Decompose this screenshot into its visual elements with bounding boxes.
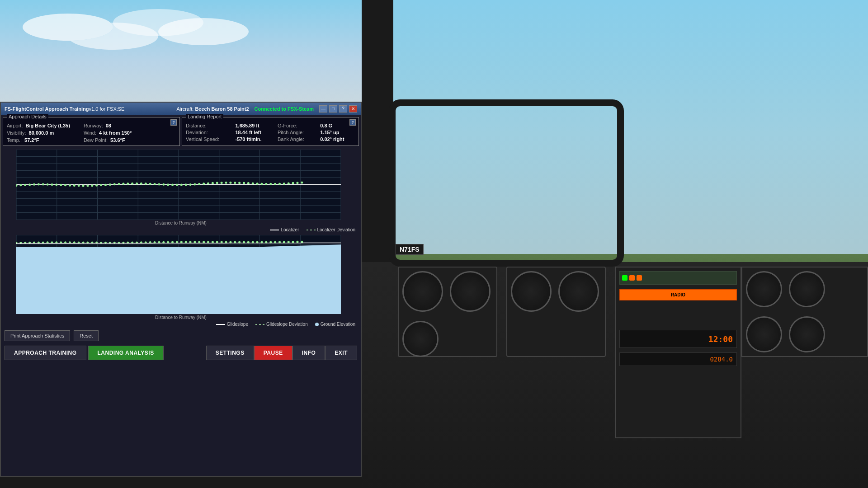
print-stats-button[interactable]: Print Approach Statistics	[5, 330, 70, 341]
runway-value: 08	[106, 123, 111, 128]
bank-value: 0.02° right	[320, 136, 355, 142]
vertspeed-label: Vertical Speed:	[186, 136, 230, 142]
landing-analysis-button[interactable]: LANDING ANALYSIS	[88, 346, 164, 360]
settings-button[interactable]: SETTINGS	[206, 346, 254, 360]
localizer-dev-label: Localizer Deviation	[317, 227, 356, 232]
visibility-label: Visibility:	[7, 130, 26, 136]
approach-training-button[interactable]: APPROACH TRAINING	[5, 346, 86, 360]
nav-bar: APPROACH TRAINING LANDING ANALYSIS SETTI…	[1, 344, 361, 362]
temp-label: Temp.:	[7, 137, 22, 143]
glideslope-chart	[16, 235, 341, 314]
help-button[interactable]: ?	[339, 105, 347, 113]
approach-details-title: Approach Details	[7, 114, 48, 119]
airport-label: Airport:	[7, 123, 23, 128]
gforce-label: G-Force:	[278, 123, 315, 128]
glideslope-legend: Glideslope Glideslope Deviation Ground E…	[3, 321, 359, 328]
app-title: FS-FlightControl Approach Trainingv1.0 f…	[5, 106, 171, 112]
title-bar: FS-FlightControl Approach Trainingv1.0 f…	[1, 103, 361, 115]
info-section: Approach Details Airport: Big Bear City …	[1, 115, 361, 148]
deviation-value: 18.44 ft left	[235, 130, 272, 135]
ground-elev-label: Ground Elevation	[321, 322, 355, 327]
glideslope-label: Glideslope	[227, 322, 248, 327]
approach-details-panel: Approach Details Airport: Big Bear City …	[3, 117, 180, 146]
maximize-button[interactable]: □	[329, 105, 337, 113]
localizer-label: Localizer	[281, 227, 299, 232]
pause-button[interactable]: PAUSE	[254, 346, 292, 360]
localizer-x-axis-label: Distance to Runway (NM)	[3, 220, 359, 226]
connection-status: Connected to FSX-Steam	[255, 106, 314, 112]
exit-button[interactable]: EXIT	[325, 346, 357, 360]
close-button[interactable]: ✕	[349, 105, 357, 113]
ground-elev-legend-dot	[315, 323, 319, 326]
pitch-label: Pitch Angle:	[278, 130, 315, 135]
aircraft-id-label: N71FS	[396, 244, 424, 255]
landing-report-title: Landing Report	[186, 114, 223, 119]
localizer-legend: Localizer Localizer Deviation	[3, 226, 359, 233]
distance-value: 1,685.89 ft	[235, 123, 272, 128]
localizer-chart	[16, 150, 341, 220]
deviation-label: Deviation:	[186, 130, 230, 135]
dewpoint-value: 53.6°F	[110, 137, 125, 143]
runway-label: Runway:	[84, 123, 103, 128]
bottom-controls: Print Approach Statistics Reset	[1, 328, 361, 344]
main-panel: FS-FlightControl Approach Trainingv1.0 f…	[0, 102, 362, 477]
dewpoint-label: Dew Point:	[84, 137, 108, 143]
glideslope-chart-container: Distance to Runway (NM) Glideslope Glide…	[1, 233, 361, 328]
approach-help-button[interactable]: ?	[170, 119, 177, 126]
airport-value: Big Bear City (L35)	[25, 123, 70, 128]
wind-label: Wind:	[84, 130, 96, 136]
wind-value: 4 kt from 150°	[99, 130, 132, 136]
distance-label: Distance:	[186, 123, 230, 128]
minimize-button[interactable]: —	[319, 105, 327, 113]
pitch-value: 1.15° up	[320, 130, 355, 135]
reset-button[interactable]: Reset	[74, 330, 99, 341]
glideslope-dev-label: Glideslope Deviation	[266, 322, 308, 327]
glideslope-dev-line-legend	[255, 324, 264, 325]
localizer-chart-container: Distance to Runway (NM) Localizer Locali…	[1, 148, 361, 233]
landing-report-panel: Landing Report Distance: 1,685.89 ft G-F…	[182, 117, 359, 146]
landing-help-button[interactable]: ?	[349, 119, 356, 126]
aircraft-label: Aircraft: Beech Baron 58 Paint2	[176, 106, 249, 112]
bank-label: Bank Angle:	[278, 136, 315, 142]
glideslope-x-axis-label: Distance to Runway (NM)	[3, 314, 359, 321]
info-button[interactable]: INFO	[292, 346, 326, 360]
glideslope-line-legend	[216, 324, 225, 325]
localizer-line-legend	[270, 230, 279, 230]
vertspeed-value: -570 ft/min.	[235, 136, 272, 142]
localizer-dev-line-legend	[307, 230, 316, 230]
visibility-value: 80,000.0 m	[29, 130, 54, 136]
temp-value: 57.2°F	[24, 137, 39, 143]
